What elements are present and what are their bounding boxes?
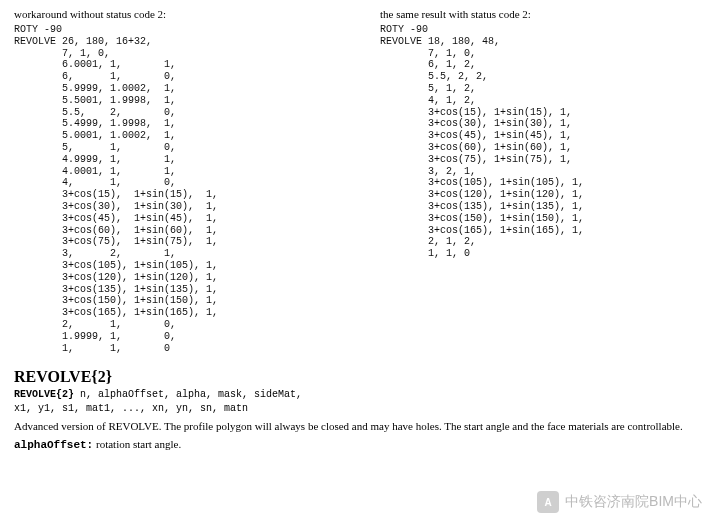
document-page: workaround without status code 2: ROTY -…: [0, 0, 720, 523]
param-desc: rotation start angle.: [93, 438, 181, 450]
syntax-keyword: REVOLVE{2}: [14, 389, 74, 400]
section-description: Advanced version of REVOLVE. The profile…: [14, 419, 706, 434]
watermark-icon: A: [537, 491, 559, 513]
syntax-line: REVOLVE{2} n, alphaOffset, alpha, mask, …: [14, 388, 706, 415]
right-column: the same result with status code 2: ROTY…: [380, 8, 706, 354]
right-intro: the same result with status code 2:: [380, 8, 706, 20]
left-intro: workaround without status code 2:: [14, 8, 340, 20]
left-column: workaround without status code 2: ROTY -…: [14, 8, 340, 354]
syntax-args-1: n, alphaOffset, alpha, mask, sideMat,: [74, 389, 302, 400]
syntax-args-2: x1, y1, s1, mat1, ..., xn, yn, sn, matn: [14, 403, 248, 414]
watermark-text: 中铁咨济南院BIM中心: [565, 493, 702, 511]
section-heading: REVOLVE{2}: [14, 368, 706, 386]
left-code-block: ROTY -90 REVOLVE 26, 180, 16+32, 7, 1, 0…: [14, 24, 340, 354]
right-code-block: ROTY -90 REVOLVE 18, 180, 48, 7, 1, 0, 6…: [380, 24, 706, 260]
param-line: alphaOffset: rotation start angle.: [14, 438, 706, 451]
watermark: A 中铁咨济南院BIM中心: [537, 491, 702, 513]
param-name: alphaOffset:: [14, 439, 93, 451]
code-columns: workaround without status code 2: ROTY -…: [14, 8, 706, 354]
